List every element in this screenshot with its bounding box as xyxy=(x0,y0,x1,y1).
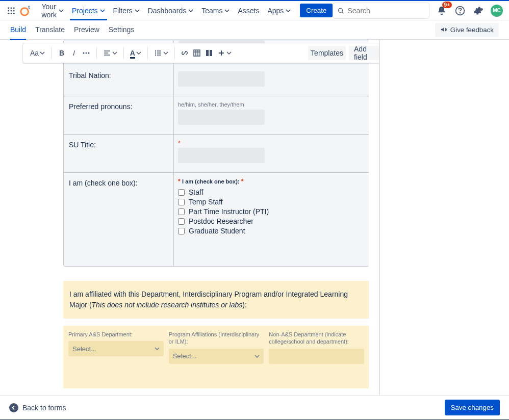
checkbox-label: Temp Staff xyxy=(189,198,223,206)
svg-rect-26 xyxy=(157,55,161,56)
app-switcher-icon[interactable] xyxy=(6,5,16,17)
chevron-down-icon xyxy=(254,354,260,359)
field-label: Program Affiliations (Interdisciplinary … xyxy=(169,331,264,346)
chevron-down-icon xyxy=(163,50,168,56)
affiliation-column: Non-A&S Department (indicate college/sch… xyxy=(269,331,364,364)
chevron-down-icon xyxy=(286,8,291,13)
settings-icon[interactable] xyxy=(472,5,485,17)
notifications-icon[interactable]: 9+ xyxy=(436,5,448,17)
checkbox[interactable] xyxy=(178,218,185,225)
tab-build[interactable]: Build xyxy=(10,20,26,39)
italic-button[interactable]: I xyxy=(68,46,80,60)
footer-bar: Back to forms Save changes xyxy=(0,395,509,419)
text-color-dropdown[interactable]: A xyxy=(128,46,143,60)
checkbox-label: Staff xyxy=(189,188,203,196)
svg-point-11 xyxy=(339,8,343,12)
checkbox-option[interactable]: Part Time Instructor (PTI) xyxy=(178,207,362,216)
nav-dashboards[interactable]: Dashboards xyxy=(144,1,198,20)
form-row: I am (check one box):* I am (check one b… xyxy=(64,173,369,266)
tab-preview[interactable]: Preview xyxy=(74,20,99,39)
checkbox-option[interactable]: Staff xyxy=(178,188,362,196)
nav-projects[interactable]: Projects xyxy=(68,1,109,20)
add-field-dropdown[interactable]: Add field xyxy=(349,46,379,60)
nav-assets[interactable]: Assets xyxy=(234,1,263,20)
checkbox[interactable] xyxy=(178,189,185,196)
field-label: Tribal Nation: xyxy=(64,65,173,96)
checkbox-option[interactable]: Graduate Student xyxy=(178,227,362,235)
svg-point-25 xyxy=(155,55,156,56)
checkbox-option[interactable]: Postdoc Researcher xyxy=(178,217,362,225)
save-changes-button[interactable]: Save changes xyxy=(445,400,500,415)
form-row: Preferred pronouns:he/him, she/her, they… xyxy=(64,96,369,135)
svg-point-21 xyxy=(155,50,156,51)
nav-teams[interactable]: Teams xyxy=(197,1,234,20)
feedback-label: Give feedback xyxy=(450,26,494,34)
select-dropdown[interactable]: Select... xyxy=(68,341,164,356)
avatar[interactable]: MC xyxy=(491,5,503,17)
back-arrow-icon xyxy=(9,403,18,412)
chevron-down-icon xyxy=(136,50,141,56)
form-table: Tribal Nation:Preferred pronouns:he/him,… xyxy=(63,40,369,267)
svg-point-4 xyxy=(10,10,12,11)
notification-badge: 9+ xyxy=(442,2,452,8)
align-dropdown[interactable] xyxy=(101,46,119,60)
create-button[interactable]: Create xyxy=(300,4,333,17)
text-input[interactable] xyxy=(178,71,265,87)
chevron-down-icon xyxy=(59,8,64,13)
checkbox-option[interactable]: Temp Staff xyxy=(178,198,362,206)
text-style-dropdown[interactable]: Aa xyxy=(28,46,47,60)
field-label: SU Title: xyxy=(64,135,173,172)
field-cell: * xyxy=(173,135,369,172)
list-dropdown[interactable] xyxy=(152,46,170,60)
select-dropdown[interactable]: Select... xyxy=(169,349,264,364)
resize-handle[interactable] xyxy=(379,40,383,395)
chevron-down-icon xyxy=(188,8,193,13)
text-input[interactable] xyxy=(178,110,265,125)
back-to-forms-link[interactable]: Back to forms xyxy=(9,403,66,412)
link-button[interactable] xyxy=(179,46,191,60)
templates-button[interactable]: Templates xyxy=(308,46,346,60)
field-label: Non-A&S Department (indicate college/sch… xyxy=(269,331,364,346)
tab-settings[interactable]: Settings xyxy=(109,20,135,39)
editor-toolbar: Aa B I A xyxy=(22,43,379,63)
give-feedback-button[interactable]: Give feedback xyxy=(435,23,499,37)
form-canvas[interactable]: Tribal Nation:Preferred pronouns:he/him,… xyxy=(0,40,369,395)
nav-apps[interactable]: Apps xyxy=(263,1,295,20)
layout-button[interactable] xyxy=(203,46,215,60)
svg-point-17 xyxy=(88,52,89,54)
nav-your-work[interactable]: Your work xyxy=(37,1,68,20)
product-logo[interactable]: t xyxy=(20,5,31,17)
text-input[interactable] xyxy=(178,148,265,163)
more-format-button[interactable] xyxy=(80,46,92,60)
checkbox[interactable] xyxy=(178,208,185,215)
help-icon[interactable] xyxy=(454,5,466,17)
svg-rect-32 xyxy=(210,50,212,56)
checkbox[interactable] xyxy=(178,228,185,234)
svg-point-15 xyxy=(83,52,84,54)
bold-button[interactable]: B xyxy=(56,46,68,60)
svg-point-7 xyxy=(10,12,12,14)
chevron-down-icon xyxy=(40,50,45,56)
field-hint: he/him, she/her, they/them xyxy=(178,101,362,108)
svg-rect-24 xyxy=(157,52,161,54)
checkbox[interactable] xyxy=(178,199,185,205)
field-label: I am (check one box): xyxy=(64,173,173,266)
field-label: Preferred pronouns: xyxy=(64,96,173,134)
text-input[interactable] xyxy=(269,349,364,364)
required-asterisk: * xyxy=(178,140,362,147)
nav-filters[interactable]: Filters xyxy=(109,1,144,20)
table-button[interactable] xyxy=(191,46,203,60)
tab-translate[interactable]: Translate xyxy=(35,20,65,39)
svg-point-16 xyxy=(85,52,87,54)
insert-dropdown[interactable] xyxy=(215,46,234,60)
checkbox-label: Part Time Instructor (PTI) xyxy=(189,207,269,216)
form-row: Tribal Nation: xyxy=(64,65,369,96)
svg-rect-31 xyxy=(206,50,209,56)
search-field[interactable] xyxy=(348,7,425,15)
affiliation-column: Program Affiliations (Interdisciplinary … xyxy=(169,331,264,364)
svg-point-6 xyxy=(8,12,9,14)
field-cell: he/him, she/her, they/them xyxy=(173,96,369,134)
search-input[interactable] xyxy=(333,3,429,19)
field-cell: * I am (check one box): *StaffTemp Staff… xyxy=(173,173,369,266)
nav-items: Your workProjectsFiltersDashboardsTeamsA… xyxy=(37,1,295,20)
